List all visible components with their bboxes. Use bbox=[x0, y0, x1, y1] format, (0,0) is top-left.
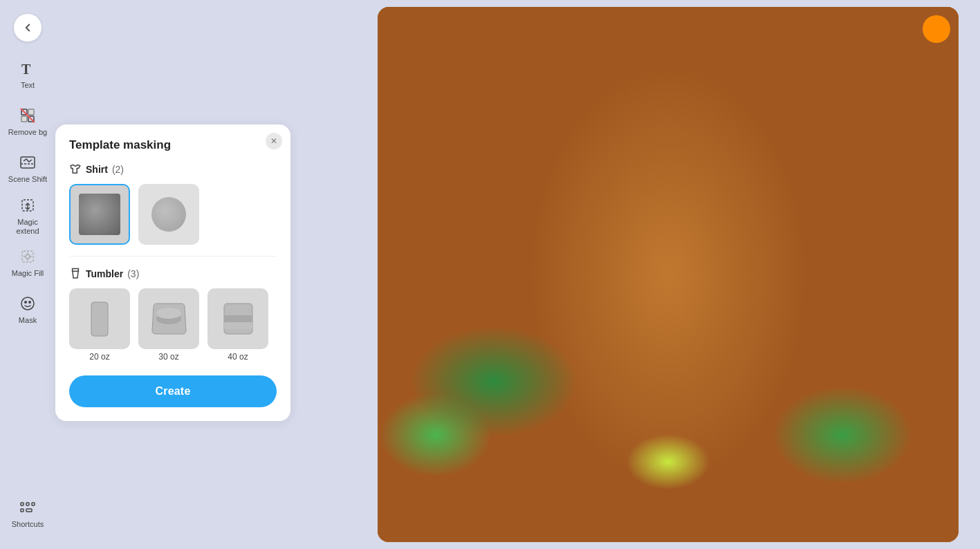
shirt-icon bbox=[69, 163, 82, 176]
tumbler-40-shape bbox=[219, 301, 257, 336]
tumbler-40oz-label: 40 oz bbox=[228, 352, 248, 362]
sidebar-item-magic-extend[interactable]: Magic extend bbox=[6, 194, 50, 238]
tumbler-thumb-30oz-box[interactable] bbox=[138, 288, 199, 349]
tumbler-thumbnails: 20 oz 30 oz bbox=[69, 288, 277, 362]
svg-rect-29 bbox=[224, 315, 252, 322]
back-button[interactable] bbox=[14, 14, 41, 41]
orange-dot-indicator bbox=[923, 15, 950, 43]
tumbler-label: Tumbler bbox=[86, 268, 123, 279]
remove-bg-label: Remove bg bbox=[8, 128, 47, 137]
magic-extend-label: Magic extend bbox=[6, 218, 50, 236]
canvas-area bbox=[360, 0, 980, 549]
shortcuts-icon bbox=[18, 498, 37, 517]
tumbler-20oz-label: 20 oz bbox=[89, 352, 109, 362]
panel-close-button[interactable]: ✕ bbox=[266, 133, 282, 149]
canvas-wrapper bbox=[378, 7, 959, 542]
svg-point-16 bbox=[21, 297, 34, 310]
mask-icon bbox=[18, 294, 37, 313]
svg-rect-2 bbox=[28, 109, 34, 115]
tumbler-thumb-30oz[interactable]: 30 oz bbox=[138, 288, 199, 362]
sidebar-item-mask[interactable]: Mask bbox=[6, 288, 50, 332]
section-divider bbox=[69, 256, 277, 257]
tumbler-30oz-label: 30 oz bbox=[158, 352, 178, 362]
remove-bg-icon bbox=[18, 106, 37, 125]
create-button[interactable]: Create bbox=[69, 375, 277, 407]
svg-rect-19 bbox=[21, 503, 24, 505]
sidebar-item-magic-fill[interactable]: Magic Fill bbox=[6, 241, 50, 285]
panel-title: Template masking bbox=[69, 138, 277, 152]
sidebar-item-shortcuts[interactable]: Shortcuts bbox=[0, 498, 55, 528]
shirt-thumb-1-box[interactable] bbox=[69, 184, 130, 245]
shirt-thumb-1[interactable] bbox=[69, 184, 130, 245]
shirt-thumb-2-box[interactable] bbox=[138, 184, 199, 245]
tumbler-30-shape bbox=[150, 301, 188, 336]
scene-shift-label: Scene Shift bbox=[8, 175, 47, 184]
svg-rect-23 bbox=[26, 509, 32, 512]
shirt-thumb-1-preview bbox=[79, 194, 120, 235]
tumbler-thumb-20oz-box[interactable] bbox=[69, 288, 130, 349]
magic-extend-icon bbox=[18, 196, 37, 215]
tumbler-thumb-40oz[interactable]: 40 oz bbox=[207, 288, 268, 362]
svg-rect-22 bbox=[21, 509, 24, 512]
tumbler-count: (3) bbox=[127, 268, 139, 279]
svg-rect-30 bbox=[224, 322, 252, 329]
svg-rect-25 bbox=[91, 302, 108, 336]
shirt-thumb-2[interactable] bbox=[138, 184, 199, 245]
tumbler-section-header: Tumbler (3) bbox=[69, 268, 277, 280]
svg-rect-3 bbox=[21, 116, 27, 122]
tumbler-icon bbox=[69, 268, 82, 280]
svg-point-17 bbox=[24, 301, 27, 304]
left-sidebar: T Text Remove bg Scene Shift bbox=[0, 0, 55, 549]
sidebar-item-remove-bg[interactable]: Remove bg bbox=[6, 100, 50, 144]
magic-fill-label: Magic Fill bbox=[12, 269, 44, 278]
template-panel: ✕ Template masking Shirt (2) bbox=[55, 124, 290, 421]
shortcuts-label: Shortcuts bbox=[12, 520, 44, 528]
sidebar-item-text[interactable]: T Text bbox=[6, 53, 50, 97]
mask-label: Mask bbox=[19, 316, 37, 325]
shirt-count: (2) bbox=[112, 164, 124, 175]
text-icon: T bbox=[18, 59, 37, 78]
svg-point-11 bbox=[26, 254, 30, 259]
magic-fill-icon bbox=[18, 247, 37, 266]
panel-container: ✕ Template masking Shirt (2) bbox=[55, 0, 360, 549]
svg-rect-20 bbox=[26, 503, 29, 505]
tumbler-20-shape bbox=[86, 300, 113, 338]
shirt-label: Shirt bbox=[86, 164, 108, 175]
svg-rect-21 bbox=[32, 503, 35, 505]
sidebar-item-scene-shift[interactable]: Scene Shift bbox=[6, 147, 50, 191]
shirt-thumbnails bbox=[69, 184, 277, 245]
svg-point-18 bbox=[28, 301, 31, 304]
text-label: Text bbox=[21, 81, 35, 90]
svg-point-28 bbox=[156, 308, 181, 319]
scene-shift-icon bbox=[18, 153, 37, 172]
shirt-thumb-2-preview bbox=[151, 197, 186, 232]
tumbler-thumb-20oz[interactable]: 20 oz bbox=[69, 288, 130, 362]
tumbler-thumb-40oz-box[interactable] bbox=[207, 288, 268, 349]
canvas-image bbox=[378, 7, 959, 542]
shirt-section-header: Shirt (2) bbox=[69, 163, 277, 176]
svg-rect-6 bbox=[21, 157, 35, 168]
svg-text:T: T bbox=[21, 62, 31, 77]
